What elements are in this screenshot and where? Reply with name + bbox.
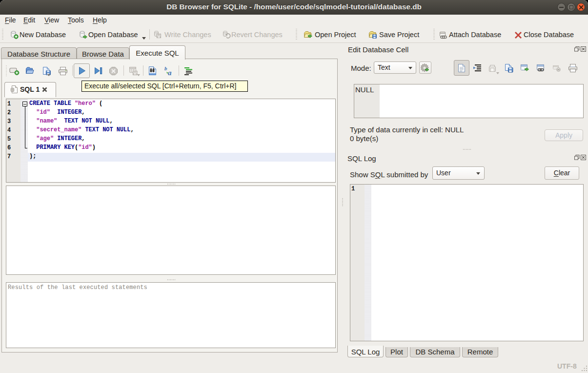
svg-text:b: b [164, 66, 167, 71]
svg-text:a: a [168, 69, 172, 76]
